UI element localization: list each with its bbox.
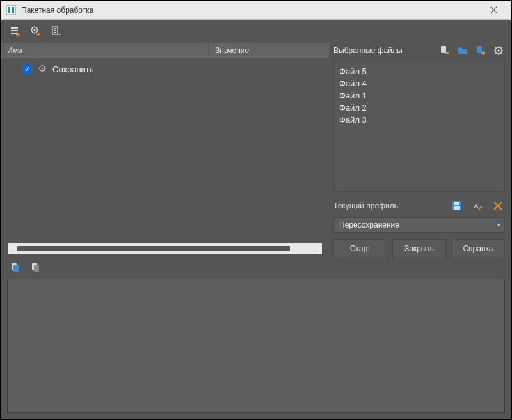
task-checkbox[interactable]: ✓ (22, 65, 32, 74)
list-item[interactable]: Файл 3 (339, 114, 499, 126)
title-bar: Пакетная обработка (1, 1, 511, 20)
svg-rect-3 (11, 27, 18, 29)
paste-log-button[interactable] (29, 261, 43, 275)
svg-rect-16 (57, 34, 61, 35)
copy-log-button[interactable] (8, 261, 22, 275)
col-header-name[interactable]: Имя (1, 43, 209, 58)
close-button[interactable]: Закрыть (392, 239, 446, 258)
list-item[interactable]: Файл 4 (339, 77, 499, 89)
svg-point-9 (34, 29, 36, 31)
remove-task-button[interactable] (49, 24, 63, 38)
remove-file-button[interactable] (438, 44, 451, 57)
profile-row: Текущий профиль: A (333, 198, 505, 214)
window-close-button[interactable] (481, 1, 506, 19)
svg-point-18 (42, 67, 43, 68)
list-item[interactable]: Файл 2 (339, 102, 499, 114)
svg-text:A: A (474, 202, 479, 210)
list-item[interactable]: Файл 1 (339, 89, 499, 102)
start-button[interactable]: Старт (333, 239, 387, 258)
help-button[interactable]: Справка (451, 239, 505, 258)
svg-rect-20 (445, 52, 449, 54)
col-header-value[interactable]: Значение (209, 43, 330, 58)
horizontal-scrollbar[interactable] (8, 243, 322, 254)
svg-rect-19 (441, 46, 446, 53)
main-area: Имя Значение ✓ Сохранить Выбранные файлы (1, 43, 511, 258)
svg-rect-4 (11, 30, 18, 31)
log-panel[interactable] (7, 279, 505, 413)
settings-button[interactable] (492, 44, 505, 57)
svg-rect-22 (477, 46, 482, 53)
chevron-down-icon: ▾ (497, 222, 500, 228)
svg-rect-5 (11, 33, 18, 34)
svg-rect-28 (454, 202, 459, 205)
file-list[interactable]: Файл 5 Файл 4 Файл 1 Файл 2 Файл 3 (333, 61, 505, 192)
add-folder-button[interactable] (456, 44, 469, 57)
table-header: Имя Значение (1, 43, 330, 58)
add-settings-button[interactable] (29, 24, 43, 38)
rename-profile-button[interactable]: A (470, 199, 484, 213)
action-buttons: Старт Закрыть Справка (333, 239, 505, 258)
profile-label: Текущий профиль: (333, 201, 444, 210)
svg-rect-34 (34, 265, 39, 272)
svg-rect-21 (458, 47, 461, 49)
svg-rect-1 (8, 7, 10, 13)
app-icon (6, 5, 16, 15)
svg-rect-14 (54, 30, 56, 31)
files-header: Выбранные файлы (333, 43, 505, 58)
add-file-button[interactable] (474, 44, 487, 57)
window-title: Пакетная обработка (21, 6, 481, 15)
svg-rect-2 (12, 7, 14, 13)
files-label: Выбранные файлы (333, 46, 433, 55)
profile-select[interactable]: Пересохранение ▾ (333, 217, 505, 233)
task-tree[interactable]: ✓ Сохранить (1, 58, 330, 243)
svg-rect-7 (16, 34, 20, 35)
delete-profile-button[interactable] (491, 199, 505, 213)
main-toolbar (1, 20, 511, 43)
save-profile-button[interactable] (450, 199, 464, 213)
svg-point-26 (497, 49, 500, 52)
profile-selected-value: Пересохранение (339, 221, 399, 229)
svg-rect-13 (54, 28, 56, 29)
svg-rect-11 (36, 34, 40, 35)
svg-rect-24 (481, 52, 485, 54)
scrollbar-thumb[interactable] (17, 246, 290, 251)
log-toolbar (1, 260, 511, 276)
files-panel: Выбранные файлы Файл 5 Файл 4 Файл 1 Фай… (330, 43, 511, 258)
svg-rect-29 (454, 206, 460, 210)
svg-rect-15 (54, 32, 56, 33)
tasks-panel: Имя Значение ✓ Сохранить (1, 43, 330, 258)
list-item[interactable]: Файл 5 (339, 65, 499, 77)
gear-icon[interactable] (38, 65, 46, 74)
svg-rect-32 (13, 265, 19, 272)
task-label: Сохранить (52, 65, 94, 74)
task-row[interactable]: ✓ Сохранить (1, 62, 330, 76)
add-task-button[interactable] (8, 24, 22, 38)
